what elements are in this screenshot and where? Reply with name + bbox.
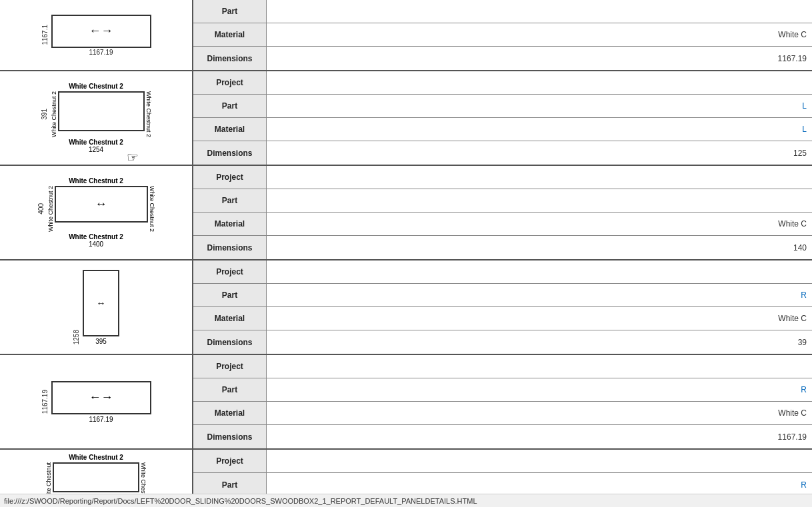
value-part: R <box>267 480 812 490</box>
bottom-label: White Chestnut 2 <box>69 139 123 146</box>
horiz-arrow-icon: ←→ <box>89 390 113 404</box>
detail-row-material: Material White C <box>193 23 812 47</box>
detail-row-dimensions: Dimensions 125 <box>193 141 812 165</box>
width-dim-label: 1254 <box>89 146 103 153</box>
left-side-label: White Chestnut 2 <box>47 186 54 232</box>
label-material: Material <box>193 23 267 46</box>
label-material: Material <box>193 402 267 424</box>
table-row: 1167.1 ←→ 1167.19 Part Material White C <box>0 0 812 71</box>
label-project: Project <box>193 71 267 94</box>
panel-diagram: White Chestnut 2 391 White Chestnut 2 Wh… <box>41 83 152 153</box>
status-bar: file:///z:/SWOOD/Reporting/Report/Docs/L… <box>0 494 812 507</box>
panel-box: ←→ <box>51 381 151 414</box>
panel-box: ↔ <box>83 270 119 336</box>
left-side-label: White Chestnut <box>45 462 52 494</box>
top-label: White Chestnut 2 <box>69 454 123 461</box>
label-part: Part <box>193 189 267 212</box>
label-project: Project <box>193 355 267 378</box>
right-side-label: White Chestnut 2 <box>149 186 155 232</box>
label-part: Part <box>193 378 267 401</box>
height-dim-label: 391 <box>41 109 48 120</box>
label-dimensions: Dimensions <box>193 236 267 259</box>
diagram-cell: 1167.19 ←→ 1167.19 <box>0 355 193 448</box>
detail-row-dimensions: Dimensions 140 <box>193 236 812 259</box>
detail-row-dimensions: Dimensions 39 <box>193 330 812 354</box>
label-material: Material <box>193 213 267 235</box>
detail-row-part: Part R <box>193 473 812 494</box>
value-material: White C <box>267 408 812 418</box>
diagram-cell: 1167.1 ←→ 1167.19 <box>0 0 193 70</box>
detail-row-project: Project <box>193 260 812 284</box>
label-dimensions: Dimensions <box>193 141 267 165</box>
panel-diagram: 1167.19 ←→ 1167.19 <box>41 381 151 423</box>
value-material: White C <box>267 219 812 229</box>
table-row: White Chestnut 2 391 White Chestnut 2 Wh… <box>0 71 812 166</box>
width-dim-label: 1167.19 <box>51 49 151 56</box>
value-dimensions: 125 <box>267 149 812 158</box>
detail-row-material: Material White C <box>193 213 812 236</box>
height-dim-label: 1167.19 <box>41 390 49 414</box>
detail-row-part: Part L <box>193 95 812 118</box>
panel-box: ←→ <box>51 15 151 48</box>
height-dim-label: 400 <box>37 203 45 215</box>
main-content: 1167.1 ←→ 1167.19 Part Material White C <box>0 0 812 494</box>
horiz-arrow-icon: ←→ <box>89 24 113 38</box>
diagram-cell: White Chestnut 2 391 White Chestnut 2 Wh… <box>0 71 193 165</box>
table-row: 1258 ↔ 395 Project Part R <box>0 260 812 355</box>
horiz-arrow-icon: ↔ <box>97 298 106 308</box>
value-dimensions: 1167.19 <box>267 432 812 442</box>
detail-rows: Project Part R <box>193 450 812 494</box>
label-part: Part <box>193 0 267 23</box>
top-label: White Chestnut 2 <box>69 83 123 90</box>
right-side-label: White Chestnut <box>140 462 147 494</box>
value-material: White C <box>267 30 812 39</box>
detail-rows: Project Part L Material L Dimensions 125 <box>193 71 812 165</box>
detail-row-material: Material White C <box>193 402 812 425</box>
panel-diagram: White Chestnut 2 White Chestnut White Ch… <box>45 454 147 494</box>
horiz-arrow-icon: ↔ <box>95 197 107 211</box>
value-dimensions: 140 <box>267 243 812 253</box>
label-dimensions: Dimensions <box>193 330 267 354</box>
table-row: White Chestnut 2 White Chestnut White Ch… <box>0 450 812 494</box>
detail-row-project: Project <box>193 450 812 473</box>
value-dimensions: 39 <box>267 338 812 347</box>
detail-row-part: Part <box>193 0 812 23</box>
detail-row-material: Material L <box>193 118 812 141</box>
top-label: White Chestnut 2 <box>69 177 123 185</box>
width-dim-label: 395 <box>83 338 119 345</box>
height-dim-label: 1258 <box>73 330 80 344</box>
label-dimensions: Dimensions <box>193 47 267 70</box>
label-material: Material <box>193 118 267 141</box>
panel-box <box>53 462 139 492</box>
panel-diagram: White Chestnut 2 400 White Chestnut 2 ↔ … <box>37 177 155 248</box>
detail-row-part: Part R <box>193 378 812 402</box>
label-part: Part <box>193 473 267 494</box>
panel-box: ↔ <box>55 186 148 223</box>
panel-diagram: 1167.1 ←→ 1167.19 <box>41 15 151 56</box>
detail-rows: Part Material White C Dimensions 1167.19 <box>193 0 812 70</box>
label-part: Part <box>193 284 267 306</box>
table-row: 1167.19 ←→ 1167.19 Project Part R <box>0 355 812 450</box>
detail-row-dimensions: Dimensions 1167.19 <box>193 425 812 448</box>
table-row: White Chestnut 2 400 White Chestnut 2 ↔ … <box>0 166 812 260</box>
value-material: White C <box>267 314 812 323</box>
detail-row-dimensions: Dimensions 1167.19 <box>193 47 812 70</box>
detail-row-material: Material White C <box>193 307 812 330</box>
detail-row-project: Project <box>193 355 812 378</box>
label-project: Project <box>193 260 267 283</box>
value-part: L <box>267 101 812 111</box>
value-part: R <box>267 290 812 300</box>
detail-rows: Project Part R Material White C Dimensio… <box>193 355 812 448</box>
detail-rows: Project Part R Material White C Dimensio… <box>193 260 812 354</box>
value-dimensions: 1167.19 <box>267 54 812 63</box>
detail-rows: Project Part Material White C Dimensions… <box>193 166 812 259</box>
detail-row-project: Project <box>193 166 812 189</box>
status-bar-url: file:///z:/SWOOD/Reporting/Report/Docs/L… <box>4 497 477 505</box>
diagram-cell: 1258 ↔ 395 <box>0 260 193 354</box>
diagram-cell: White Chestnut 2 400 White Chestnut 2 ↔ … <box>0 166 193 259</box>
bottom-label: White Chestnut 2 <box>69 233 123 241</box>
label-part: Part <box>193 95 267 117</box>
width-dim-label: 1400 <box>89 241 103 248</box>
detail-row-part: Part R <box>193 284 812 307</box>
diagram-cell: White Chestnut 2 White Chestnut White Ch… <box>0 450 193 494</box>
